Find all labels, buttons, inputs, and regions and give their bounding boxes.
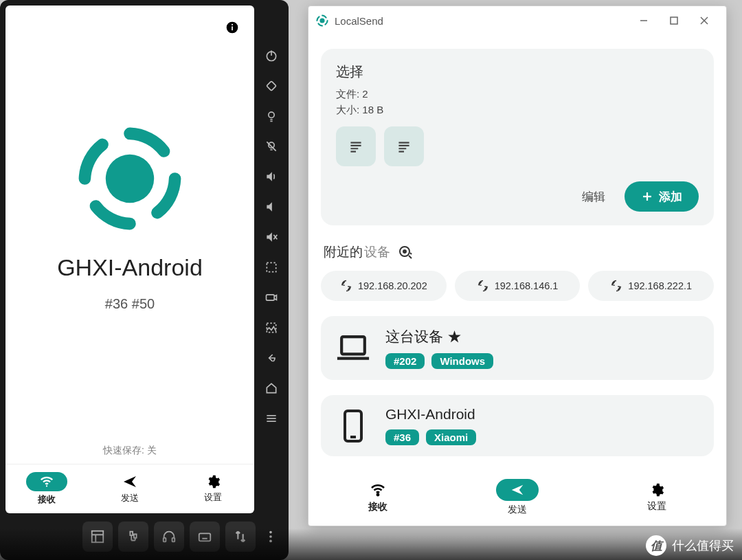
radar-icon[interactable] — [397, 244, 414, 260]
files-size: 大小: 18 B — [336, 104, 699, 117]
usb-icon[interactable] — [118, 522, 148, 552]
svg-rect-7 — [267, 81, 276, 91]
watermark-text: 什么值得买 — [672, 537, 734, 554]
device-this[interactable]: 这台设备 ★ #202 Windows — [321, 316, 714, 380]
nav-receive[interactable]: 接收 — [5, 472, 89, 506]
back-icon[interactable] — [264, 350, 279, 366]
device-android-badge-2: Xiaomi — [426, 429, 476, 445]
volume-up-icon[interactable] — [264, 169, 279, 184]
wifi-icon — [370, 482, 386, 498]
emulator-side-toolbar — [258, 48, 284, 426]
window-content: 选择 文件: 2 大小: 18 B 编辑 添加 附近的设备 192.168.20… — [308, 35, 726, 469]
svg-rect-1 — [232, 26, 233, 30]
nav-settings[interactable]: 设置 — [587, 482, 726, 513]
nav-send-label: 发送 — [121, 492, 139, 504]
svg-rect-16 — [267, 262, 276, 271]
svg-point-11 — [269, 142, 274, 148]
keyboard-icon[interactable] — [190, 522, 220, 552]
phone-icon — [333, 410, 373, 443]
ip-text-3: 192.168.222.1 — [628, 280, 692, 291]
svg-rect-25 — [164, 538, 166, 542]
svg-point-33 — [269, 535, 272, 538]
send-icon — [496, 479, 539, 501]
svg-rect-52 — [341, 337, 365, 354]
emulator-bottom-toolbar — [69, 519, 283, 555]
svg-point-3 — [106, 154, 154, 202]
svg-point-56 — [377, 494, 379, 495]
add-button[interactable]: 添加 — [625, 181, 699, 212]
window-minimize[interactable] — [629, 10, 659, 31]
device-hash: #36 #50 — [105, 296, 155, 312]
gear-icon — [649, 482, 664, 497]
window-title: LocalSend — [335, 15, 383, 27]
ip-chip-3[interactable]: 192.168.222.1 — [588, 271, 714, 301]
device-android-name: GHXI-Android — [385, 406, 476, 423]
desktop-window: LocalSend 选择 文件: 2 大小: 18 B 编辑 添加 附近的设备 — [308, 5, 727, 526]
gear-icon — [205, 474, 221, 489]
svg-point-4 — [46, 485, 47, 486]
phone-bottom-nav: 接收 发送 设置 — [5, 464, 254, 513]
window-maximize[interactable] — [659, 10, 689, 31]
send-icon — [122, 473, 138, 490]
device-android[interactable]: GHXI-Android #36 Xiaomi — [321, 395, 714, 456]
ip-chip-2[interactable]: 192.168.146.1 — [455, 271, 581, 301]
svg-rect-26 — [172, 538, 175, 542]
more-icon[interactable] — [261, 522, 280, 552]
svg-point-8 — [269, 112, 274, 117]
nav-settings[interactable]: 设置 — [171, 474, 254, 504]
nav-receive[interactable]: 接收 — [308, 482, 448, 513]
watermark-badge-icon: 值 — [646, 535, 666, 556]
plus-icon — [641, 190, 653, 203]
layout-icon[interactable] — [82, 522, 113, 552]
phone-screen: GHXI-Android #36 #50 快速保存: 关 接收 发送 设置 — [5, 5, 254, 513]
picture-icon[interactable] — [264, 320, 279, 335]
headphones-icon[interactable] — [154, 522, 184, 552]
volume-down-icon[interactable] — [264, 199, 279, 214]
volume-mute-icon[interactable] — [264, 229, 279, 245]
app-logo: GHXI-Android #36 #50 — [5, 5, 254, 429]
nearby-label-2: 设备 — [364, 243, 390, 261]
nav-send[interactable]: 发送 — [89, 473, 172, 504]
window-close[interactable] — [689, 10, 719, 31]
device-name: GHXI-Android — [57, 254, 203, 281]
bulb-on-icon[interactable] — [264, 109, 279, 124]
nav-send-label: 发送 — [508, 504, 527, 516]
rotate-icon[interactable] — [264, 78, 279, 93]
desktop-bottom-nav: 接收 发送 设置 — [308, 469, 726, 526]
edit-button[interactable]: 编辑 — [582, 189, 605, 205]
svg-point-51 — [403, 250, 406, 253]
watermark: 值 什么值得买 — [646, 535, 734, 556]
camera-icon[interactable] — [264, 290, 279, 305]
power-icon[interactable] — [264, 48, 279, 63]
selection-title: 选择 — [336, 63, 699, 81]
home-icon[interactable] — [264, 381, 279, 396]
transfer-icon[interactable] — [225, 522, 256, 552]
localsend-logo-icon — [75, 124, 185, 234]
device-this-badge-2: Windows — [431, 353, 493, 369]
ip-text-2: 192.168.146.1 — [495, 280, 559, 291]
laptop-icon — [333, 332, 373, 365]
wifi-icon — [26, 472, 67, 491]
titlebar[interactable]: LocalSend — [308, 6, 726, 35]
svg-rect-27 — [199, 533, 211, 541]
menu-icon[interactable] — [264, 411, 279, 426]
nav-send[interactable]: 发送 — [448, 479, 587, 516]
nav-settings-label: 设置 — [204, 491, 222, 504]
nav-receive-label: 接收 — [368, 501, 387, 513]
bulb-off-icon[interactable] — [264, 139, 279, 154]
info-icon[interactable] — [225, 21, 239, 34]
svg-point-35 — [319, 18, 324, 23]
nearby-label-1: 附近的 — [324, 243, 363, 261]
svg-rect-17 — [267, 295, 275, 300]
files-count: 文件: 2 — [336, 88, 699, 101]
file-thumb-1[interactable] — [336, 126, 376, 166]
ip-chip-1[interactable]: 192.168.20.202 — [321, 271, 447, 301]
device-android-badge-1: #36 — [385, 429, 419, 445]
ip-row: 192.168.20.202 192.168.146.1 192.168.222… — [321, 271, 714, 301]
crop-icon[interactable] — [264, 260, 279, 275]
localsend-logo-icon — [315, 14, 329, 27]
svg-point-32 — [269, 531, 272, 534]
file-thumb-2[interactable] — [384, 126, 424, 166]
device-this-badge-1: #202 — [385, 353, 425, 369]
svg-rect-37 — [671, 17, 677, 24]
